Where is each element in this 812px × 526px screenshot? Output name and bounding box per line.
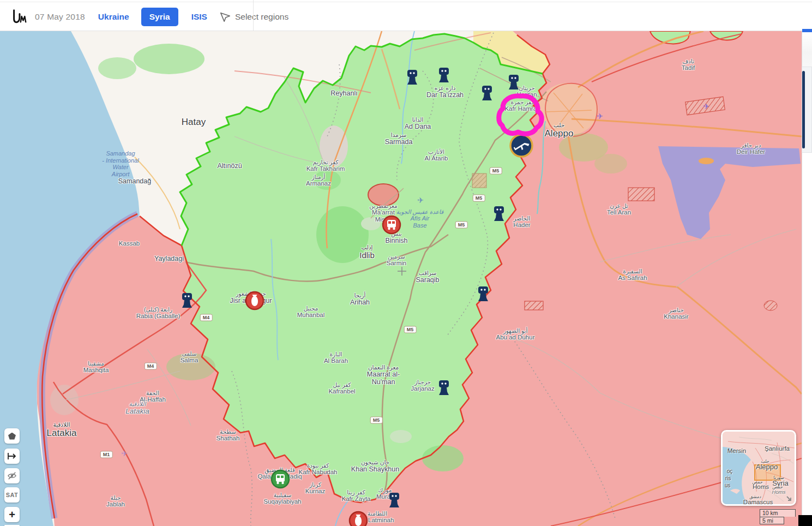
minimap-label: oç	[727, 468, 733, 474]
scale-km: 10 km	[760, 509, 796, 517]
mortar-marker[interactable]	[476, 286, 490, 306]
mortar-marker[interactable]	[507, 74, 521, 94]
idlib-urban	[361, 217, 381, 230]
liveuamap-app: ✈ ✈ ✈ ✈ HatayReyhanlıAltınözüSamandag- I…	[0, 0, 812, 526]
draw-region-button[interactable]	[4, 428, 20, 444]
minimap-label: Aleppo	[756, 463, 778, 471]
map-canvas[interactable]: ✈ ✈ ✈ ✈ HatayReyhanlıAltınözüSamandag- I…	[0, 31, 802, 526]
measure-button[interactable]	[4, 449, 20, 464]
region-pointer-icon	[219, 11, 231, 23]
svg-text:✈: ✈	[121, 449, 128, 458]
mortar-marker[interactable]	[437, 67, 451, 87]
tab-isis[interactable]: ISIS	[191, 12, 207, 22]
topbar-divider	[253, 0, 254, 31]
measure-arrow-icon	[7, 452, 17, 460]
date-label: 07 May 2018	[35, 12, 85, 22]
mortar-marker[interactable]	[180, 292, 194, 312]
hide-markers-button[interactable]	[4, 468, 20, 483]
mortar-marker[interactable]	[387, 492, 401, 512]
select-regions-label: Select regions	[235, 12, 288, 22]
liveuamap-logo[interactable]	[11, 9, 27, 25]
lake-island	[699, 158, 714, 164]
mortar-marker[interactable]	[405, 69, 419, 89]
mortar-marker[interactable]	[492, 206, 506, 225]
minimap-label: Şanlıurfa	[765, 445, 790, 452]
bus-red-marker[interactable]	[382, 215, 401, 237]
base-area	[472, 174, 486, 188]
eye-off-icon	[7, 471, 17, 480]
rifle-marker[interactable]	[508, 132, 535, 162]
minimap-label: Homs	[753, 483, 769, 490]
hatay-urban	[320, 125, 348, 167]
zoom-in-button[interactable]: +	[4, 507, 20, 522]
bomb-marker[interactable]	[245, 291, 264, 313]
mortar-marker[interactable]	[437, 380, 451, 399]
map-base-layers: ✈ ✈ ✈ ✈	[0, 31, 802, 526]
svg-text:✈: ✈	[703, 102, 709, 111]
bomb-marker[interactable]	[348, 511, 368, 526]
tab-syria[interactable]: Syria	[141, 8, 178, 26]
minimap-label: Mersin	[727, 447, 747, 454]
select-regions-button[interactable]: Select regions	[219, 11, 288, 23]
tab-ukraine[interactable]: Ukraine	[98, 12, 129, 22]
pentagon-icon	[8, 433, 16, 440]
satellite-toggle-button[interactable]: SAT	[4, 487, 20, 503]
minimap-label: Damascus	[743, 499, 773, 505]
minimap-label: Homs	[772, 489, 786, 495]
bus-green-marker[interactable]	[270, 469, 290, 491]
corner-block	[798, 515, 812, 526]
top-bar: 07 May 2018 Ukraine Syria ISIS Select re…	[0, 0, 812, 31]
right-panel-accent	[802, 29, 812, 32]
overview-minimap[interactable]: MersinŞanlıurfaحلبAleppoسورياSyriaحمصHom…	[721, 430, 796, 506]
military-area	[628, 188, 654, 201]
event-area	[368, 184, 399, 206]
svg-text:✈: ✈	[417, 196, 424, 205]
mortar-marker[interactable]	[480, 85, 494, 105]
minimap-label: us	[725, 482, 731, 488]
svg-text:✈: ✈	[597, 112, 603, 121]
abu-ad-duhur-airbase	[525, 301, 543, 310]
minimap-label: ris	[725, 475, 731, 481]
minimap-collapse-icon[interactable]	[785, 494, 793, 503]
latakia-urban	[50, 385, 79, 415]
right-scrollbar-thumb[interactable]	[802, 71, 805, 148]
scale-mi: 5 mi	[760, 517, 784, 524]
